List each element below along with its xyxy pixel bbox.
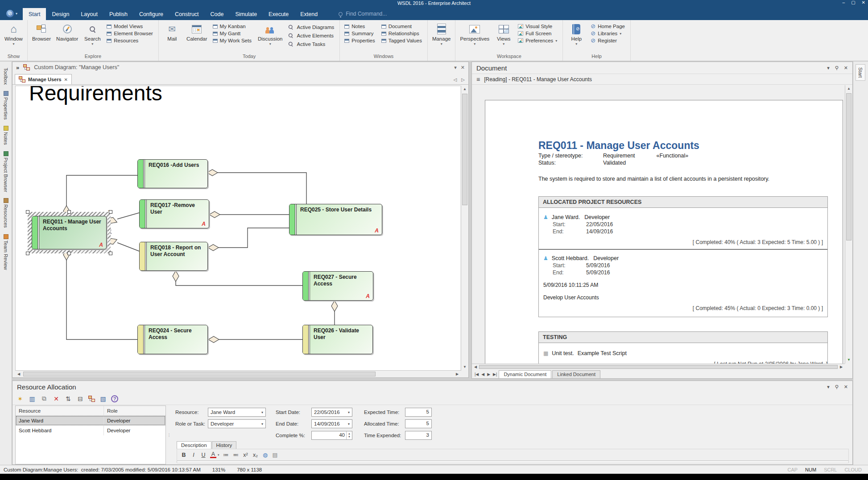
last-page-icon[interactable]: ▶| bbox=[492, 372, 498, 377]
full-screen-button[interactable]: Full Screen bbox=[518, 31, 557, 36]
chevron-down-icon[interactable]: ▾ bbox=[218, 453, 219, 457]
complete-spinner[interactable]: 40 ▲▼ bbox=[311, 431, 352, 440]
ribbon-tab-execute[interactable]: Execute bbox=[263, 8, 294, 20]
scroll-up-icon[interactable]: ▲ bbox=[845, 85, 852, 92]
splitter-handle[interactable]: ⋮ bbox=[167, 406, 171, 464]
hyperlink-icon[interactable]: ◍ bbox=[262, 451, 269, 458]
requirement-node[interactable]: REQ027 - Secure AccessA bbox=[302, 271, 373, 301]
first-page-icon[interactable]: |◀ bbox=[474, 372, 479, 377]
selection-handle[interactable] bbox=[26, 210, 29, 214]
ribbon-tab-code[interactable]: Code bbox=[205, 8, 230, 20]
close-icon[interactable]: ✕ bbox=[844, 65, 848, 71]
active-diagrams-button[interactable]: Active Diagrams bbox=[288, 24, 335, 30]
my-kanban-button[interactable]: My Kanban bbox=[213, 24, 252, 29]
active-elements-button[interactable]: Active Elements bbox=[288, 32, 335, 39]
element-browser-button[interactable]: Element Browser bbox=[107, 31, 153, 36]
ribbon-tab-extend[interactable]: Extend bbox=[294, 8, 323, 20]
expected-time-field[interactable]: 5 bbox=[405, 408, 432, 417]
window-button[interactable]: ⌂ Window ▾ bbox=[2, 21, 25, 54]
ribbon-tab-publish[interactable]: Publish bbox=[103, 8, 133, 20]
close-icon[interactable]: ✕ bbox=[64, 77, 68, 82]
new-icon[interactable]: ✶ bbox=[16, 395, 24, 402]
document-body[interactable]: REQ011 - Manage User Accounts Type / ste… bbox=[472, 85, 845, 364]
time-expended-field[interactable]: 3 bbox=[405, 431, 432, 440]
ribbon-tab-layout[interactable]: Layout bbox=[75, 8, 103, 20]
table-row[interactable]: Jane WardDeveloper bbox=[16, 416, 165, 426]
document-horizontal-scrollbar[interactable]: ◀ ▶ bbox=[472, 364, 845, 370]
summary-button[interactable]: Summary bbox=[344, 31, 375, 36]
requirement-node[interactable]: REQ025 - Store User DetailsA bbox=[289, 204, 382, 235]
browser-button[interactable]: Browser bbox=[29, 21, 54, 54]
perspectives-button[interactable]: Perspectives ▾ bbox=[457, 21, 492, 54]
scroll-down-icon[interactable]: ▼ bbox=[845, 356, 852, 364]
document-vertical-scrollbar[interactable]: ▲ ▼ bbox=[845, 85, 852, 364]
selection-handle[interactable] bbox=[26, 252, 29, 255]
my-work-sets-button[interactable]: My Work Sets bbox=[213, 38, 252, 43]
ribbon-tab-design[interactable]: Design bbox=[46, 8, 75, 20]
pin-icon[interactable]: ⚲ bbox=[835, 65, 839, 71]
sidebar-tab-toolbox[interactable]: Toolbox bbox=[0, 68, 12, 85]
ribbon-tab-simulate[interactable]: Simulate bbox=[229, 8, 263, 20]
selection-handle[interactable] bbox=[109, 252, 112, 255]
app-menu-button[interactable]: ⊘ ▾ bbox=[0, 10, 23, 20]
model-views-button[interactable]: Model Views bbox=[107, 24, 153, 29]
visual-style-button[interactable]: Visual Style bbox=[518, 24, 557, 29]
table-row[interactable]: Scott HebbardDeveloper bbox=[16, 426, 165, 435]
resources-button[interactable]: Resources bbox=[107, 38, 153, 43]
hierarchy-icon[interactable] bbox=[88, 396, 95, 402]
subscript-icon[interactable]: x₂ bbox=[252, 452, 259, 458]
minimize-button[interactable]: – bbox=[843, 0, 845, 5]
spin-up-icon[interactable]: ▲ bbox=[348, 432, 351, 435]
libraries-button[interactable]: ⊘Libraries▾ bbox=[591, 31, 625, 36]
superscript-icon[interactable]: x² bbox=[243, 452, 249, 458]
active-tasks-button[interactable]: Active Tasks bbox=[288, 41, 335, 47]
tab-description[interactable]: Description bbox=[177, 441, 211, 449]
docked-tab-start[interactable]: Start bbox=[856, 64, 865, 81]
help-button[interactable]: Help ▾ bbox=[565, 21, 588, 54]
requirement-node[interactable]: REQ011 - Manage User AccountsA bbox=[32, 216, 107, 249]
tab-dynamic-document[interactable]: Dynamic Document bbox=[499, 370, 551, 378]
scroll-left-icon[interactable]: ◀ bbox=[15, 371, 22, 378]
my-gantt-button[interactable]: My Gantt bbox=[213, 31, 252, 36]
scroll-tabs-right-icon[interactable]: ▷ bbox=[461, 77, 465, 82]
font-color-icon[interactable]: A bbox=[210, 452, 216, 458]
requirement-node[interactable]: REQ016 -Add Users bbox=[137, 159, 208, 188]
scroll-down-icon[interactable]: ▼ bbox=[461, 364, 468, 371]
chevrons-icon[interactable]: » bbox=[16, 64, 19, 71]
resource-combobox[interactable]: Jane Ward▾ bbox=[208, 408, 266, 417]
scroll-up-icon[interactable]: ▲ bbox=[461, 86, 468, 93]
chevron-down-icon[interactable]: ▾ bbox=[827, 384, 830, 390]
delete-icon[interactable]: ✕ bbox=[52, 395, 60, 402]
help-icon[interactable]: ? bbox=[111, 395, 118, 402]
requirement-node[interactable]: REQ026 - Validate User bbox=[302, 325, 373, 354]
requirement-node[interactable]: REQ017 -Remove UserA bbox=[139, 199, 209, 228]
requirement-node[interactable]: REQ018 - Report on User Account bbox=[139, 242, 208, 271]
ribbon-tab-configure[interactable]: Configure bbox=[133, 8, 169, 20]
end-date-combobox[interactable]: 14/09/2016▾ bbox=[311, 419, 352, 428]
sidebar-tab-project-browser[interactable]: Project Browser bbox=[0, 151, 12, 192]
manage-button[interactable]: Manage ▾ bbox=[430, 21, 454, 54]
home-page-button[interactable]: ⊘Home Page bbox=[591, 24, 625, 29]
tab-manage-users[interactable]: Manage Users ✕ bbox=[15, 74, 72, 84]
notes-button[interactable]: Notes bbox=[344, 24, 375, 29]
selection-handle[interactable] bbox=[67, 210, 71, 214]
chevron-down-icon[interactable]: ▾ bbox=[827, 65, 830, 71]
allocated-time-field[interactable]: 5 bbox=[405, 419, 432, 428]
next-page-icon[interactable]: ▶ bbox=[486, 372, 491, 377]
previous-page-icon[interactable]: ◀ bbox=[480, 372, 485, 377]
bullet-list-icon[interactable]: ≔ bbox=[223, 451, 229, 458]
discussion-button[interactable]: Discussion ▾ bbox=[255, 21, 285, 54]
numbered-list-icon[interactable]: ≕ bbox=[233, 451, 239, 458]
sort-icon[interactable]: ⇅ bbox=[64, 395, 72, 402]
scroll-tabs-left-icon[interactable]: ◁ bbox=[454, 77, 457, 82]
selection-handle[interactable] bbox=[67, 252, 71, 255]
properties-button[interactable]: Properties bbox=[344, 38, 375, 43]
chevron-down-icon[interactable]: ▾ bbox=[454, 65, 457, 70]
requirement-node[interactable]: REQ024 - Secure Access bbox=[137, 325, 208, 354]
tab-linked-document[interactable]: Linked Document bbox=[552, 370, 600, 378]
italic-icon[interactable]: I bbox=[190, 452, 197, 458]
diagram-vertical-scrollbar[interactable]: ▲ ▼ bbox=[461, 86, 468, 371]
ribbon-tab-construct[interactable]: Construct bbox=[169, 8, 205, 20]
description-editor[interactable] bbox=[177, 461, 849, 463]
sidebar-tab-notes[interactable]: Notes bbox=[0, 126, 12, 145]
